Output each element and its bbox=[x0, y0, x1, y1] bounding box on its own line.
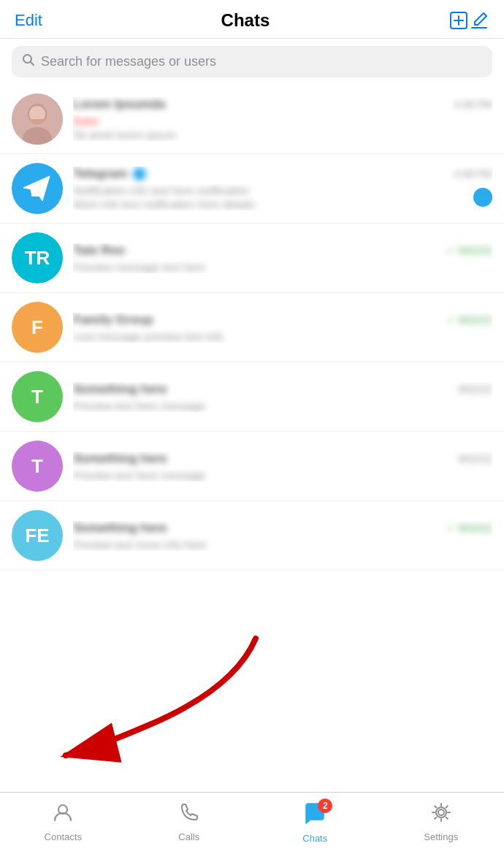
svg-point-8 bbox=[438, 809, 444, 815]
chat-list: Lorem Ipsumda 4:48 PM Dolor Sit amet lor… bbox=[0, 85, 504, 782]
list-item[interactable]: T Something here 9/02/22 Preview text he… bbox=[0, 432, 504, 501]
chat-time: 9/02/22 bbox=[458, 453, 492, 465]
chat-time: ✓ 9/02/22 bbox=[446, 522, 492, 534]
chat-name: Telegram bbox=[73, 167, 448, 181]
chat-preview: Preview message text here bbox=[73, 261, 205, 273]
chat-name: Something here bbox=[73, 451, 452, 466]
chat-time: ✓ 9/02/22 bbox=[446, 245, 492, 256]
tab-chats-label: Chats bbox=[302, 833, 327, 844]
compose-icon bbox=[448, 10, 469, 31]
chat-name: Something here bbox=[73, 382, 452, 397]
chat-preview: Notification info text here notification bbox=[73, 184, 469, 197]
avatar: T bbox=[12, 371, 63, 422]
chat-content: Something here 9/02/22 Preview text here… bbox=[73, 451, 492, 481]
chat-content: Family Group ✓ 9/02/22 Last message prev… bbox=[73, 313, 492, 343]
chat-content: Something here ✓ 9/02/22 Preview text mo… bbox=[73, 521, 492, 551]
chats-icon: 2 bbox=[303, 801, 327, 830]
edit-button[interactable]: Edit bbox=[15, 11, 42, 30]
chat-time: 9/02/22 bbox=[458, 384, 492, 395]
avatar: F bbox=[12, 302, 63, 353]
contacts-icon bbox=[52, 801, 74, 828]
tab-bar: Contacts Calls 2 Chats Settings bbox=[0, 792, 504, 865]
list-item[interactable]: FE Something here ✓ 9/02/22 Preview text… bbox=[0, 501, 504, 571]
tab-contacts-label: Contacts bbox=[45, 831, 82, 842]
search-bar[interactable]: Search for messages or users bbox=[12, 46, 492, 77]
unread-badge bbox=[473, 188, 492, 207]
header: Edit Chats bbox=[0, 0, 504, 39]
avatar-initials: T bbox=[31, 386, 43, 408]
chat-time: 4:48 PM bbox=[454, 168, 492, 180]
tab-chats[interactable]: 2 Chats bbox=[278, 801, 351, 844]
tab-calls-label: Calls bbox=[178, 831, 199, 842]
chat-preview: Preview text more info here bbox=[73, 538, 207, 551]
page-title: Chats bbox=[221, 10, 270, 31]
tab-badge: 2 bbox=[318, 799, 332, 813]
chat-content: Tate Roo ✓ 9/02/22 Preview message text … bbox=[73, 243, 492, 273]
verified-badge bbox=[133, 167, 146, 180]
chat-name: Lorem Ipsumda bbox=[73, 97, 448, 112]
list-item[interactable]: T Something here 9/02/22 Preview text he… bbox=[0, 362, 504, 432]
list-item[interactable]: TR Tate Roo ✓ 9/02/22 Preview message te… bbox=[0, 224, 504, 293]
list-item[interactable]: F Family Group ✓ 9/02/22 Last message pr… bbox=[0, 293, 504, 362]
avatar-initials: F bbox=[31, 316, 43, 339]
chat-content: Lorem Ipsumda 4:48 PM Dolor Sit amet lor… bbox=[73, 97, 492, 141]
tab-settings-label: Settings bbox=[424, 831, 458, 842]
chat-preview: Last message preview text info bbox=[73, 330, 224, 343]
avatar-initials: TR bbox=[25, 247, 50, 270]
compose-button[interactable] bbox=[448, 10, 489, 31]
chat-name: Tate Roo bbox=[73, 243, 446, 258]
avatar bbox=[12, 94, 63, 145]
chat-name: Something here bbox=[73, 521, 446, 536]
search-container: Search for messages or users bbox=[0, 39, 504, 85]
chat-content: Something here 9/02/22 Preview text here… bbox=[73, 382, 492, 412]
avatar bbox=[12, 163, 63, 214]
avatar: FE bbox=[12, 510, 63, 561]
chat-content: Telegram 4:48 PM Notification info text … bbox=[73, 167, 492, 210]
avatar: TR bbox=[12, 232, 63, 283]
chat-preview: Dolor bbox=[73, 115, 492, 127]
settings-icon bbox=[430, 801, 452, 828]
pencil-square-icon bbox=[469, 10, 489, 31]
tab-contacts[interactable]: Contacts bbox=[26, 801, 99, 842]
avatar-initials: T bbox=[31, 455, 43, 478]
avatar-initials: FE bbox=[25, 525, 49, 547]
chat-time: 4:48 PM bbox=[454, 99, 492, 110]
calls-icon bbox=[178, 801, 200, 828]
search-icon bbox=[22, 53, 35, 70]
chat-preview2: More info text notification here details bbox=[73, 198, 469, 210]
tab-settings[interactable]: Settings bbox=[405, 801, 478, 842]
list-item[interactable]: Telegram 4:48 PM Notification info text … bbox=[0, 154, 504, 224]
avatar: T bbox=[12, 441, 63, 492]
chat-time: ✓ 9/02/22 bbox=[446, 314, 492, 326]
chat-name: Family Group bbox=[73, 313, 446, 327]
chat-preview: Preview text here message bbox=[73, 400, 205, 412]
tab-calls[interactable]: Calls bbox=[153, 801, 226, 842]
list-item[interactable]: Lorem Ipsumda 4:48 PM Dolor Sit amet lor… bbox=[0, 85, 504, 154]
chat-preview: Preview text here message bbox=[73, 469, 205, 481]
chat-preview-line2: Sit amet lorem ipsum bbox=[73, 129, 492, 141]
search-placeholder-text: Search for messages or users bbox=[41, 54, 216, 69]
